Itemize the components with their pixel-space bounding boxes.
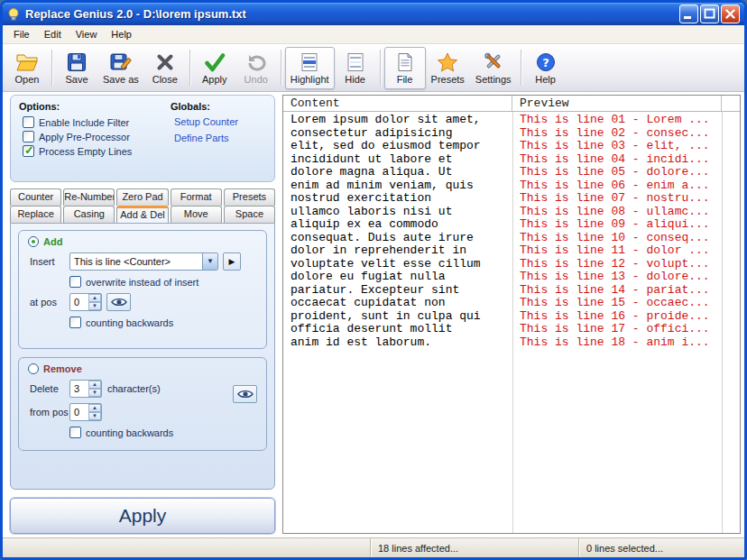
presets-star-button[interactable]: Presets — [426, 47, 470, 89]
tab-zero-pad[interactable]: Zero Pad — [116, 188, 168, 206]
menu-view[interactable]: View — [69, 26, 105, 42]
list-row[interactable]: consequat. Duis aute irure This is line … — [283, 232, 740, 245]
list-row[interactable]: anim id est laborum. This is line 18 - a… — [283, 336, 740, 350]
global-link-define-parts[interactable]: Define Parts — [174, 133, 266, 143]
list-row[interactable]: dolor in reprehenderit in This is line 1… — [283, 244, 740, 258]
tab-format[interactable]: Format — [171, 188, 222, 206]
overwrite-checkbox-row[interactable]: overwrite instead of insert — [69, 276, 259, 288]
close-file-button[interactable]: Close — [144, 47, 186, 89]
add-group: Add Insert This is line <Counter> ▼ ▶ ov… — [18, 230, 267, 349]
column-divider — [722, 112, 723, 533]
apply-main-button[interactable]: Apply — [10, 498, 275, 534]
list-row[interactable]: aliquip ex ea commodo This is line 09 - … — [283, 218, 740, 232]
minimize-button[interactable] — [679, 5, 698, 23]
tab-casing[interactable]: Casing — [63, 206, 115, 223]
menu-file[interactable]: File — [6, 26, 37, 42]
content-cell: nostrud exercitation — [283, 192, 512, 206]
tab-move[interactable]: Move — [171, 206, 222, 223]
add-counting-backwards-row[interactable]: counting backwards — [69, 317, 259, 328]
list-row[interactable]: elit, sed do eiusmod tempor This is line… — [283, 140, 740, 153]
save-button[interactable]: Save — [56, 47, 97, 89]
at-pos-stepper[interactable]: 0 ▲▼ — [69, 293, 102, 311]
remove-radio-row[interactable]: Remove — [28, 363, 259, 374]
list-row[interactable]: proident, sunt in culpa qui This is line… — [283, 310, 740, 324]
settings-tools-button[interactable]: Settings — [470, 47, 517, 89]
option-enable-include-filter[interactable]: Enable Include Filter — [23, 116, 171, 128]
checkbox-icon[interactable] — [23, 145, 34, 157]
list-row[interactable]: officia deserunt mollit This is line 17 … — [283, 323, 740, 336]
menu-help[interactable]: Help — [104, 26, 139, 42]
content-column-header[interactable]: Content — [283, 96, 512, 111]
global-link-setup-counter[interactable]: Setup Counter — [174, 116, 266, 127]
tab-re-number[interactable]: Re-Number — [63, 188, 115, 206]
spin-down-icon[interactable]: ▼ — [88, 412, 101, 420]
list-row[interactable]: enim ad minim veniam, quis This is line … — [283, 179, 740, 193]
remove-radio[interactable] — [28, 363, 39, 374]
list-row[interactable]: pariatur. Excepteur sint This is line 14… — [283, 284, 740, 298]
list-row[interactable]: voluptate velit esse cillum This is line… — [283, 258, 740, 271]
add-counting-backwards-checkbox[interactable] — [69, 317, 81, 328]
checkbox-icon[interactable] — [23, 116, 34, 128]
status-panel-empty — [3, 538, 371, 557]
add-radio[interactable] — [28, 236, 39, 247]
save-as-button[interactable]: Save as — [97, 47, 144, 89]
delete-stepper[interactable]: 3 ▲▼ — [69, 380, 102, 398]
tab-presets[interactable]: Presets — [224, 188, 275, 206]
content-cell: consectetur adipisicing — [283, 127, 512, 141]
toolbar-button-label: Highlight — [290, 74, 329, 85]
list-row[interactable]: occaecat cupidatat non This is line 15 -… — [283, 297, 740, 310]
toolbar-separator — [189, 50, 190, 86]
maximize-button[interactable] — [700, 5, 719, 23]
list-row[interactable]: dolore eu fugiat nulla This is line 13 -… — [283, 271, 740, 284]
toolbar-button-label: Hide — [345, 74, 365, 85]
options-heading: Options: — [19, 101, 171, 112]
list-row[interactable]: ullamco laboris nisi ut This is line 08 … — [283, 206, 740, 219]
remove-counting-backwards-row[interactable]: counting backwards — [69, 427, 259, 438]
add-radio-label: Add — [43, 236, 62, 247]
undo-button[interactable]: Undo — [235, 47, 277, 89]
highlight-button[interactable]: Highlight — [285, 47, 335, 89]
highlight-icon — [300, 51, 318, 73]
spin-down-icon[interactable]: ▼ — [88, 302, 101, 310]
list-row[interactable]: incididunt ut labore et This is line 04 … — [283, 153, 740, 167]
list-row[interactable]: nostrud exercitation This is line 07 - n… — [283, 192, 740, 206]
presets-star-icon — [437, 51, 458, 73]
list-row[interactable]: dolore magna aliqua. Ut This is line 05 … — [283, 166, 740, 179]
preview-eye-button[interactable] — [106, 293, 131, 311]
title-bar[interactable]: Replace Genius 2.0 - D:\lorem ipsum.txt — [3, 3, 744, 25]
remove-counting-backwards-checkbox[interactable] — [69, 427, 81, 438]
open-folder-button[interactable]: Open — [6, 47, 48, 89]
from-pos-stepper[interactable]: 0 ▲▼ — [69, 403, 102, 421]
preview-column-header[interactable]: Preview — [512, 96, 722, 111]
spin-up-icon[interactable]: ▲ — [88, 404, 101, 412]
add-radio-row[interactable]: Add — [28, 236, 259, 247]
at-pos-value: 0 — [70, 294, 88, 310]
tab-counter[interactable]: Counter — [10, 188, 61, 206]
spin-up-icon[interactable]: ▲ — [88, 381, 101, 389]
list-row[interactable]: consectetur adipisicing This is line 02 … — [283, 127, 740, 141]
option-process-empty-lines[interactable]: Process Empty Lines — [23, 145, 171, 157]
insert-expand-button[interactable]: ▶ — [223, 252, 241, 271]
menu-edit[interactable]: Edit — [37, 26, 69, 42]
tab-space[interactable]: Space — [224, 206, 275, 223]
tab-replace[interactable]: Replace — [10, 206, 61, 223]
preview-cell: This is line 16 - proide... — [512, 310, 722, 324]
spin-up-icon[interactable]: ▲ — [88, 294, 101, 302]
checkbox-icon[interactable] — [23, 131, 34, 142]
preview-cell: This is line 02 - consec... — [512, 127, 722, 141]
option-apply-pre-processor[interactable]: Apply Pre-Processor — [23, 131, 171, 142]
list-body: Lorem ipsum dolor sit amet, This is line… — [283, 112, 740, 533]
help-button[interactable]: ? Help — [525, 47, 567, 89]
spin-down-icon[interactable]: ▼ — [88, 389, 101, 397]
content-cell: elit, sed do eiusmod tempor — [283, 140, 512, 153]
overwrite-checkbox[interactable] — [69, 276, 81, 288]
chevron-down-icon[interactable]: ▼ — [202, 253, 217, 270]
apply-check-button[interactable]: Apply — [194, 47, 235, 89]
tab-add-del[interactable]: Add & Del — [116, 206, 168, 223]
remove-preview-eye-button[interactable] — [233, 385, 257, 403]
file-button[interactable]: File — [384, 47, 426, 89]
close-button[interactable] — [721, 5, 740, 23]
insert-combobox[interactable]: This is line <Counter> ▼ — [69, 252, 218, 271]
hide-button[interactable]: Hide — [335, 47, 376, 89]
list-row[interactable]: Lorem ipsum dolor sit amet, This is line… — [283, 114, 740, 127]
